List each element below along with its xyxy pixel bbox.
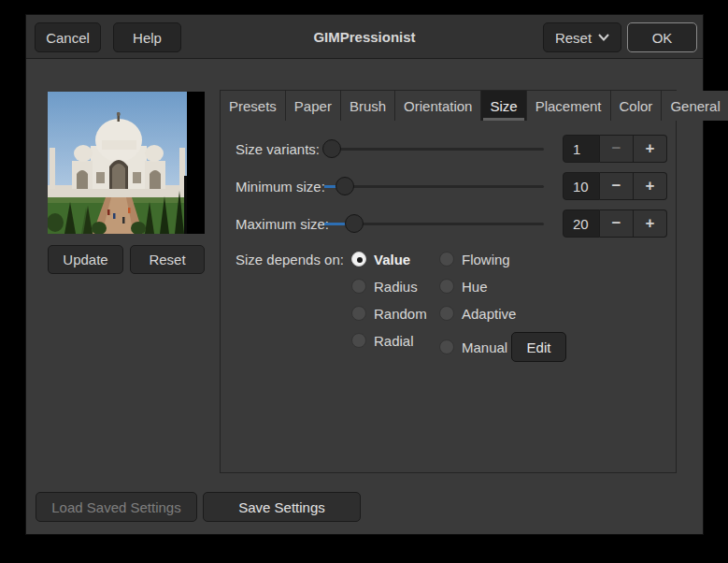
save-settings-button[interactable]: Save Settings <box>203 492 361 522</box>
radio-manual[interactable]: Manual <box>439 336 507 358</box>
radio-unselected-icon <box>439 306 454 321</box>
tab-color[interactable]: Color <box>611 91 663 121</box>
reset-preview-button[interactable]: Reset <box>130 245 205 274</box>
screen: GIMPressionist Cancel Help Reset OK <box>0 0 728 563</box>
tab-presets[interactable]: Presets <box>221 91 286 121</box>
radio-hue[interactable]: Hue <box>439 275 488 297</box>
minimum-size-label: Minimum size: <box>236 171 325 201</box>
increment-icon[interactable]: + <box>634 172 667 200</box>
radio-label: Radius <box>374 279 418 295</box>
radio-flowing[interactable]: Flowing <box>439 248 510 270</box>
update-preview-button[interactable]: Update <box>48 245 123 274</box>
maximum-size-spinbox: 20 − + <box>563 209 667 238</box>
minimum-size-value[interactable]: 10 <box>563 172 600 200</box>
slider-thumb[interactable] <box>322 139 341 158</box>
minimum-size-slider[interactable] <box>324 185 544 188</box>
reset-dropdown-button[interactable]: Reset <box>543 22 621 52</box>
tab-size[interactable]: Size <box>481 91 526 121</box>
settings-notebook: Presets Paper Brush Orientation Size Pla… <box>220 90 677 473</box>
maximum-size-label: Maximum size: <box>236 209 329 238</box>
radio-random[interactable]: Random <box>351 302 427 325</box>
cancel-button[interactable]: Cancel <box>35 22 101 52</box>
decrement-icon[interactable]: − <box>600 172 634 200</box>
tab-brush[interactable]: Brush <box>341 91 395 121</box>
radio-selected-icon <box>351 252 366 267</box>
tab-strip: Presets Paper Brush Orientation Size Pla… <box>221 91 676 121</box>
radio-label: Value <box>374 252 410 267</box>
minimum-size-row: Minimum size: 10 − + <box>221 171 676 201</box>
radio-unselected-icon <box>351 279 366 294</box>
preview-image <box>48 92 205 234</box>
radio-unselected-icon <box>439 279 454 294</box>
radio-label: Manual <box>462 339 507 355</box>
maximum-size-value[interactable]: 20 <box>563 209 600 238</box>
size-depends-on-label: Size depends on: <box>236 248 344 270</box>
maximum-size-slider[interactable] <box>324 223 544 225</box>
radio-label: Random <box>374 306 427 322</box>
chevron-down-icon <box>598 34 609 41</box>
slider-thumb[interactable] <box>345 214 364 233</box>
size-variants-label: Size variants: <box>236 134 320 164</box>
size-variants-value[interactable]: 1 <box>563 135 600 163</box>
minimum-size-spinbox: 10 − + <box>563 172 667 200</box>
decrement-icon[interactable]: − <box>600 135 634 163</box>
tab-orientation[interactable]: Orientation <box>395 91 481 121</box>
radio-unselected-icon <box>439 252 454 267</box>
maximum-size-row: Maximum size: 20 − + <box>221 209 676 238</box>
radio-label: Hue <box>462 279 488 295</box>
radio-value[interactable]: Value <box>351 248 410 270</box>
radio-unselected-icon <box>439 339 454 354</box>
decrement-icon[interactable]: − <box>600 209 634 238</box>
radio-unselected-icon <box>351 333 366 348</box>
gimpressionist-dialog: GIMPressionist Cancel Help Reset OK <box>25 14 704 535</box>
dialog-header: GIMPressionist Cancel Help Reset OK <box>26 15 703 59</box>
slider-thumb[interactable] <box>335 177 354 195</box>
load-saved-settings-button[interactable]: Load Saved Settings <box>36 492 197 522</box>
size-variants-spinbox: 1 − + <box>563 135 667 163</box>
radio-radial[interactable]: Radial <box>351 329 414 352</box>
slider-fill <box>324 223 347 225</box>
size-variants-slider[interactable] <box>324 148 544 151</box>
increment-icon[interactable]: + <box>634 135 667 163</box>
increment-icon[interactable]: + <box>634 209 667 238</box>
radio-label: Flowing <box>462 252 510 267</box>
radio-unselected-icon <box>351 306 366 321</box>
tab-placement[interactable]: Placement <box>527 91 611 121</box>
radio-label: Radial <box>374 333 414 349</box>
help-button[interactable]: Help <box>113 22 181 52</box>
taj-mahal-preview-icon <box>48 92 205 234</box>
radio-adaptive[interactable]: Adaptive <box>439 302 516 325</box>
reset-dropdown-label: Reset <box>555 30 592 46</box>
size-variants-row: Size variants: 1 − + <box>221 134 676 164</box>
edit-manual-button[interactable]: Edit <box>511 332 566 362</box>
ok-button[interactable]: OK <box>627 22 697 52</box>
tab-general[interactable]: General <box>662 91 728 121</box>
radio-label: Adaptive <box>462 306 516 322</box>
tab-paper[interactable]: Paper <box>286 91 341 121</box>
radio-radius[interactable]: Radius <box>351 275 418 297</box>
